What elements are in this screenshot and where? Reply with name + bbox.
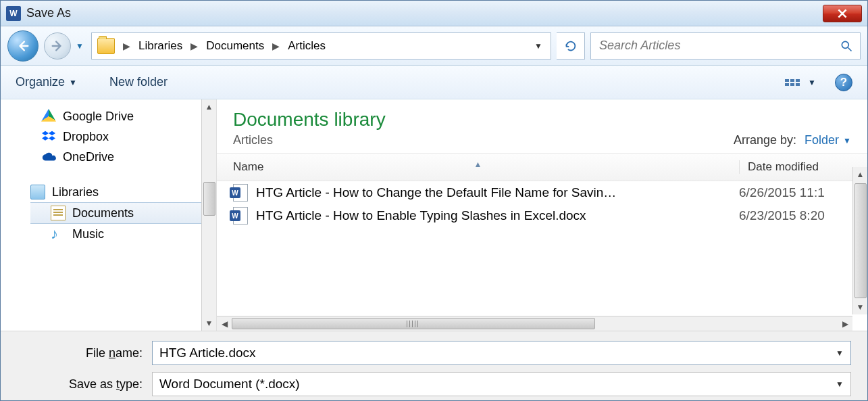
library-title: Documents library	[233, 109, 386, 131]
new-folder-button[interactable]: New folder	[109, 75, 168, 89]
file-name: HTG Article - How to Change the Default …	[256, 185, 731, 200]
breadcrumb-item[interactable]: Documents	[203, 39, 267, 53]
chevron-down-icon: ▼	[76, 41, 84, 51]
breadcrumb-item[interactable]: Libraries	[136, 39, 185, 53]
organize-label: Organize	[16, 75, 65, 89]
sidebar-item-label: Dropbox	[63, 130, 109, 144]
view-icon	[785, 75, 804, 90]
breadcrumb-sep-icon: ▶	[185, 41, 203, 51]
chevron-down-icon: ▼	[808, 78, 816, 87]
column-name-label: Name	[233, 160, 263, 173]
dropbox-icon	[41, 129, 56, 144]
back-button[interactable]	[7, 30, 39, 62]
scroll-up-icon[interactable]: ▲	[202, 99, 216, 114]
horizontal-scrollbar[interactable]: ◀ ▶	[217, 316, 852, 331]
breadcrumb-item[interactable]: Articles	[285, 39, 328, 53]
sidebar-item-label: Libraries	[52, 185, 99, 199]
breadcrumb-bar[interactable]: ▶ Libraries ▶ Documents ▶ Articles ▼	[91, 32, 551, 60]
forward-button[interactable]	[44, 32, 71, 60]
organize-button[interactable]: Organize ▼	[16, 75, 77, 89]
scroll-left-icon[interactable]: ◀	[217, 316, 232, 331]
sidebar-item-label: OneDrive	[63, 150, 114, 164]
sidebar-item-music[interactable]: ♪ Music	[1, 224, 216, 244]
new-folder-label: New folder	[109, 75, 168, 89]
file-date: 6/26/2015 11:1	[739, 185, 867, 200]
savetype-select[interactable]: Word Document (*.docx) ▼	[152, 372, 851, 396]
documents-icon	[51, 206, 66, 220]
sidebar-item-label: Music	[72, 227, 104, 241]
library-header: Documents library Articles Arrange by: F…	[217, 99, 867, 153]
scroll-down-icon[interactable]: ▼	[202, 316, 216, 331]
sidebar-item-documents[interactable]: Documents	[30, 202, 216, 224]
word-icon: W	[6, 6, 21, 21]
filename-label: File name:	[17, 346, 152, 360]
savetype-value: Word Document (*.docx)	[159, 377, 300, 392]
folder-icon	[97, 38, 115, 54]
help-button[interactable]: ?	[835, 74, 852, 91]
window-title: Save As	[26, 6, 71, 20]
sidebar-item-libraries[interactable]: Libraries	[1, 182, 216, 202]
sidebar-item-dropbox[interactable]: Dropbox	[1, 126, 216, 147]
body: Google Drive Dropbox OneDrive	[1, 99, 867, 331]
breadcrumb-sep-icon: ▶	[118, 41, 136, 51]
file-row[interactable]: HTG Article - How to Change the Default …	[217, 181, 867, 204]
scrollbar-thumb[interactable]	[232, 318, 595, 329]
main-pane: Documents library Articles Arrange by: F…	[217, 99, 867, 331]
word-document-icon	[233, 184, 248, 202]
vertical-scrollbar[interactable]: ▲ ▼	[852, 167, 867, 314]
toolbar: Organize ▼ New folder ▼ ?	[1, 66, 867, 99]
arrange-by-value: Folder	[805, 133, 839, 147]
arrow-right-icon	[50, 39, 65, 53]
sidebar-item-google-drive[interactable]: Google Drive	[1, 106, 216, 126]
recent-locations-dropdown[interactable]: ▼	[74, 40, 86, 52]
column-headers[interactable]: Name ▲ Date modified	[217, 153, 867, 181]
save-as-dialog: W Save As ▼ ▶ Libraries ▶ Documents ▶ Ar…	[0, 0, 868, 401]
chevron-down-icon: ▼	[843, 136, 851, 145]
search-box[interactable]	[590, 32, 861, 60]
library-subtitle: Articles	[233, 133, 386, 147]
chevron-down-icon: ▼	[69, 78, 77, 87]
file-row[interactable]: HTG Article - How to Enable Typing Slash…	[217, 204, 867, 227]
sidebar: Google Drive Dropbox OneDrive	[1, 99, 217, 331]
scroll-right-icon[interactable]: ▶	[838, 316, 852, 331]
libraries-icon	[30, 185, 45, 199]
close-button[interactable]	[823, 5, 862, 22]
scrollbar-thumb[interactable]	[203, 182, 215, 216]
word-document-icon	[233, 207, 248, 225]
svg-line-1	[848, 47, 852, 51]
view-options-button[interactable]: ▼	[785, 75, 816, 90]
sidebar-item-label: Documents	[72, 206, 134, 220]
file-date: 6/23/2015 8:20	[739, 208, 867, 223]
filename-value: HTG Article.docx	[159, 346, 256, 360]
sidebar-item-onedrive[interactable]: OneDrive	[1, 147, 216, 167]
arrange-by-control[interactable]: Arrange by: Folder ▼	[734, 133, 851, 147]
chevron-down-icon[interactable]: ▼	[836, 379, 844, 389]
refresh-button[interactable]	[557, 32, 585, 60]
sort-asc-icon: ▲	[474, 160, 482, 169]
column-date[interactable]: Date modified	[739, 160, 867, 174]
filename-input[interactable]: HTG Article.docx ▼	[152, 341, 851, 365]
file-list: HTG Article - How to Change the Default …	[217, 181, 867, 316]
breadcrumb-dropdown-icon[interactable]: ▼	[529, 41, 548, 51]
column-name[interactable]: Name ▲	[217, 160, 739, 174]
arrow-left-icon	[16, 39, 30, 53]
close-icon	[838, 9, 847, 18]
music-icon: ♪	[51, 227, 66, 241]
nav-row: ▼ ▶ Libraries ▶ Documents ▶ Articles ▼	[1, 26, 867, 66]
google-drive-icon	[41, 109, 56, 124]
scrollbar-track[interactable]	[232, 316, 838, 331]
sidebar-item-label: Google Drive	[63, 110, 134, 124]
save-fields: File name: HTG Article.docx ▼ Save as ty…	[1, 331, 867, 400]
chevron-down-icon[interactable]: ▼	[836, 348, 844, 358]
file-name: HTG Article - How to Enable Typing Slash…	[256, 208, 731, 223]
column-date-label: Date modified	[748, 160, 819, 173]
savetype-label: Save as type:	[17, 377, 152, 392]
search-input[interactable]	[598, 38, 834, 53]
scroll-down-icon[interactable]: ▼	[853, 300, 867, 314]
svg-point-0	[842, 41, 848, 48]
onedrive-icon	[41, 149, 56, 164]
scroll-up-icon[interactable]: ▲	[853, 167, 867, 182]
sidebar-scrollbar[interactable]: ▲ ▼	[201, 99, 216, 331]
breadcrumb-sep-icon: ▶	[267, 41, 285, 51]
scrollbar-thumb[interactable]	[854, 183, 867, 298]
